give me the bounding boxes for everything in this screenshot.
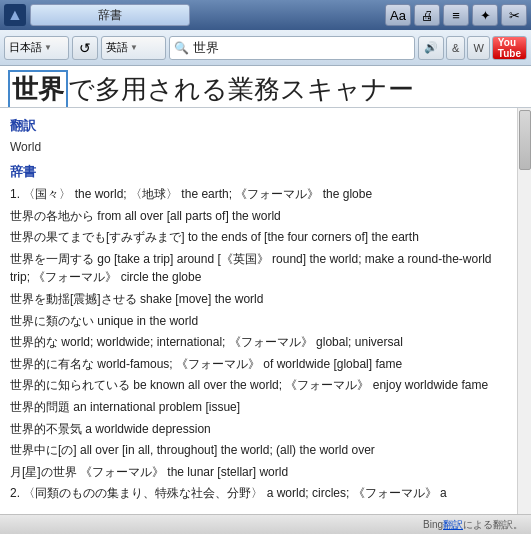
title-bar-title: 辞書 [30, 4, 190, 26]
lang-from-select[interactable]: 日本語 ▼ [4, 36, 69, 60]
search-box: 🔍 世界 [169, 36, 415, 60]
dict-entry-13: 2. 〈同類のものの集まり、特殊な社会、分野〉 a world; circles… [10, 484, 507, 503]
status-bar: Bing 翻訳 による翻訳。 [0, 514, 531, 534]
dict-entry-1: 世界の各地から from all over [all parts of] the… [10, 207, 507, 226]
dict-entry-11: 世界中に[の] all over [in all, throughout] th… [10, 441, 507, 460]
lang-to-arrow: ▼ [130, 43, 138, 52]
lang-from-label: 日本語 [9, 40, 42, 55]
translation-section-title: 翻訳 [10, 116, 507, 136]
status-text: Bing [423, 519, 443, 530]
youtube-button[interactable]: YouTube [492, 36, 527, 60]
refresh-button[interactable]: ↺ [72, 36, 98, 60]
title-bar-buttons: Aa 🖨 ≡ ✦ ✂ [385, 4, 527, 26]
toolbar-icon-4[interactable]: ✦ [472, 4, 498, 26]
dict-entry-7: 世界的に有名な world-famous; 《フォーマル》 of worldwi… [10, 355, 507, 374]
content-area: 翻訳 World 辞書 1. 〈国々〉 the world; 〈地球〉 the … [0, 108, 517, 514]
status-text-suffix: による翻訳。 [463, 518, 523, 532]
result-header: 世界で多用される業務スキャナー [0, 66, 531, 108]
lang-to-select[interactable]: 英語 ▼ [101, 36, 166, 60]
main-content: 翻訳 World 辞書 1. 〈国々〉 the world; 〈地球〉 the … [0, 108, 531, 514]
toolbar-icon-3[interactable]: ≡ [443, 4, 469, 26]
title-bar: ▲ 辞書 Aa 🖨 ≡ ✦ ✂ [0, 0, 531, 30]
result-title-suffix: で多用される業務スキャナー [68, 74, 414, 104]
audio-button[interactable]: 🔊 [418, 36, 444, 60]
app-icon: ▲ [4, 4, 26, 26]
dictionary-label: 辞書 [10, 162, 507, 182]
main-scrollbar-thumb [519, 110, 531, 170]
status-link[interactable]: 翻訳 [443, 518, 463, 532]
dict-entry-9: 世界的問題 an international problem [issue] [10, 398, 507, 417]
result-title-word: 世界 [8, 70, 68, 108]
dict-entry-2: 世界の果てまでも[すみずみまで] to the ends of [the fou… [10, 228, 507, 247]
search-icon: 🔍 [174, 41, 189, 55]
ampersand-button[interactable]: & [446, 36, 465, 60]
translation-value: World [10, 138, 507, 156]
toolbar-icon-5[interactable]: ✂ [501, 4, 527, 26]
w-button[interactable]: W [467, 36, 489, 60]
dict-entry-8: 世界的に知られている be known all over the world; … [10, 376, 507, 395]
main-scrollbar[interactable] [517, 108, 531, 514]
toolbar-icon-2[interactable]: 🖨 [414, 4, 440, 26]
dict-entry-12: 月[星]の世界 《フォーマル》 the lunar [stellar] worl… [10, 463, 507, 482]
dict-entry-10: 世界的不景気 a worldwide depression [10, 420, 507, 439]
refresh-icon: ↺ [79, 40, 91, 56]
search-input[interactable]: 世界 [193, 39, 410, 57]
dict-entry-4: 世界を動揺[震撼]させる shake [move] the world [10, 290, 507, 309]
toolbar: 日本語 ▼ ↺ 英語 ▼ 🔍 世界 🔊 & W YouTube [0, 30, 531, 66]
dict-entry-5: 世界に類のない unique in the world [10, 312, 507, 331]
toolbar-icon-1[interactable]: Aa [385, 4, 411, 26]
dict-entry-3: 世界を一周する go [take a trip] around [《英国》 ro… [10, 250, 507, 287]
dict-entry-0: 1. 〈国々〉 the world; 〈地球〉 the earth; 《フォーマ… [10, 185, 507, 204]
dict-entry-6: 世界的な world; worldwide; international; 《フ… [10, 333, 507, 352]
lang-from-arrow: ▼ [44, 43, 52, 52]
toolbar-right-buttons: 🔊 & W YouTube [418, 36, 527, 60]
lang-to-label: 英語 [106, 40, 128, 55]
